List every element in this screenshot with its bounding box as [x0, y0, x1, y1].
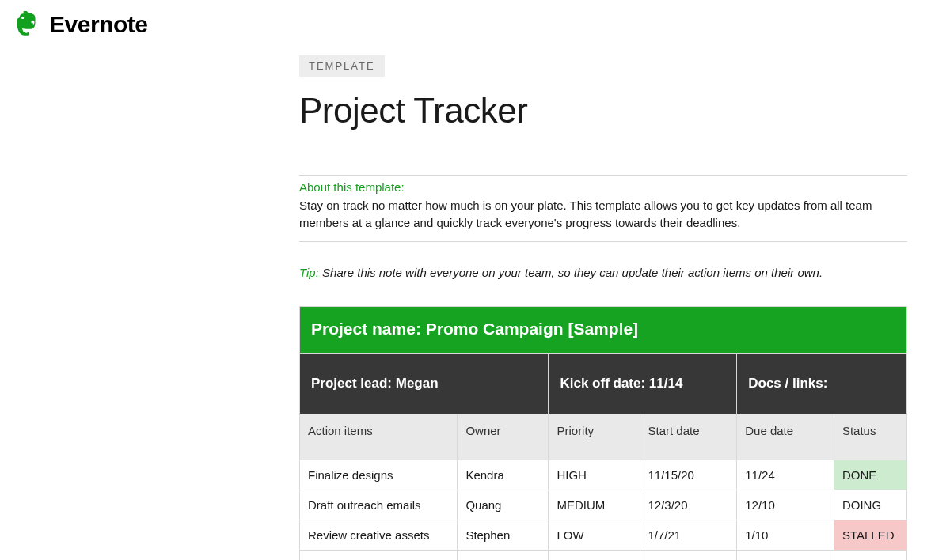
- cell-due[interactable]: 1/10: [737, 520, 834, 550]
- col-due-date: Due date: [737, 414, 834, 460]
- empty-cell[interactable]: [834, 550, 906, 560]
- empty-cell[interactable]: [458, 550, 549, 560]
- tip-text: Share this note with everyone on your te…: [319, 266, 823, 279]
- project-tracker-table: Project name: Promo Campaign [Sample] Pr…: [299, 306, 907, 561]
- cell-action[interactable]: Draft outreach emails: [300, 490, 458, 520]
- col-priority: Priority: [549, 414, 640, 460]
- table-meta-row: Project lead: Megan Kick off date: 11/14…: [300, 353, 907, 414]
- cell-owner[interactable]: Quang: [458, 490, 549, 520]
- evernote-logo-icon: [14, 11, 41, 38]
- col-action-items: Action items: [300, 414, 458, 460]
- about-heading: About this template:: [299, 180, 907, 194]
- table-row: Review creative assetsStephenLOW1/7/211/…: [300, 520, 907, 550]
- document-content: TEMPLATE Project Tracker About this temp…: [299, 43, 907, 560]
- empty-cell[interactable]: [737, 550, 834, 560]
- col-status: Status: [834, 414, 906, 460]
- cell-owner[interactable]: Kendra: [458, 460, 549, 490]
- project-lead-cell[interactable]: Project lead: Megan: [300, 353, 549, 414]
- empty-cell[interactable]: [300, 550, 458, 560]
- template-badge: TEMPLATE: [299, 55, 385, 77]
- cell-action[interactable]: Finalize designs: [300, 460, 458, 490]
- about-description: Stay on track no matter how much is on y…: [299, 197, 907, 232]
- cell-action[interactable]: Review creative assets: [300, 520, 458, 550]
- empty-cell[interactable]: [640, 550, 737, 560]
- divider: [299, 241, 907, 242]
- cell-status[interactable]: DONE: [834, 460, 906, 490]
- cell-status[interactable]: DOING: [834, 490, 906, 520]
- cell-start[interactable]: 11/15/20: [640, 460, 737, 490]
- table-title-row: Project name: Promo Campaign [Sample]: [300, 306, 907, 353]
- table-row-empty: [300, 550, 907, 560]
- empty-cell[interactable]: [549, 550, 640, 560]
- cell-due[interactable]: 11/24: [737, 460, 834, 490]
- divider: [299, 175, 907, 176]
- col-owner: Owner: [458, 414, 549, 460]
- cell-due[interactable]: 12/10: [737, 490, 834, 520]
- table-column-headers: Action items Owner Priority Start date D…: [300, 414, 907, 460]
- tip-row: Tip: Share this note with everyone on yo…: [299, 266, 907, 279]
- cell-owner[interactable]: Stephen: [458, 520, 549, 550]
- kickoff-date-cell[interactable]: Kick off date: 11/14: [549, 353, 737, 414]
- tip-label: Tip:: [299, 266, 319, 279]
- cell-priority[interactable]: MEDIUM: [549, 490, 640, 520]
- table-row: Draft outreach emailsQuangMEDIUM12/3/201…: [300, 490, 907, 520]
- cell-priority[interactable]: LOW: [549, 520, 640, 550]
- cell-start[interactable]: 12/3/20: [640, 490, 737, 520]
- brand-name: Evernote: [49, 11, 147, 38]
- cell-start[interactable]: 1/7/21: [640, 520, 737, 550]
- docs-links-cell[interactable]: Docs / links:: [737, 353, 907, 414]
- page-title: Project Tracker: [299, 91, 907, 131]
- app-header: Evernote: [0, 0, 950, 43]
- cell-priority[interactable]: HIGH: [549, 460, 640, 490]
- table-row: Finalize designsKendraHIGH11/15/2011/24D…: [300, 460, 907, 490]
- col-start-date: Start date: [640, 414, 737, 460]
- cell-status[interactable]: STALLED: [834, 520, 906, 550]
- project-name-cell[interactable]: Project name: Promo Campaign [Sample]: [300, 306, 907, 353]
